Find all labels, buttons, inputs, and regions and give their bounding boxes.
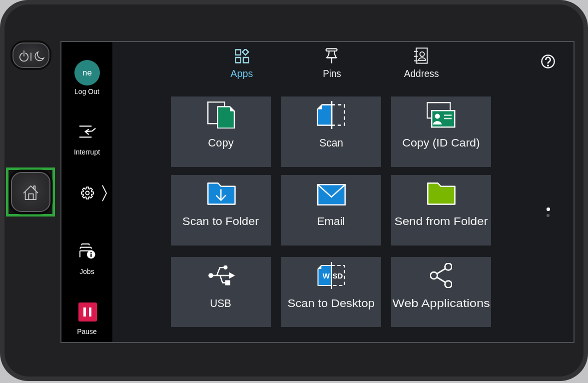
svg-text:SD: SD	[332, 272, 343, 280]
svg-text:W: W	[323, 272, 330, 280]
